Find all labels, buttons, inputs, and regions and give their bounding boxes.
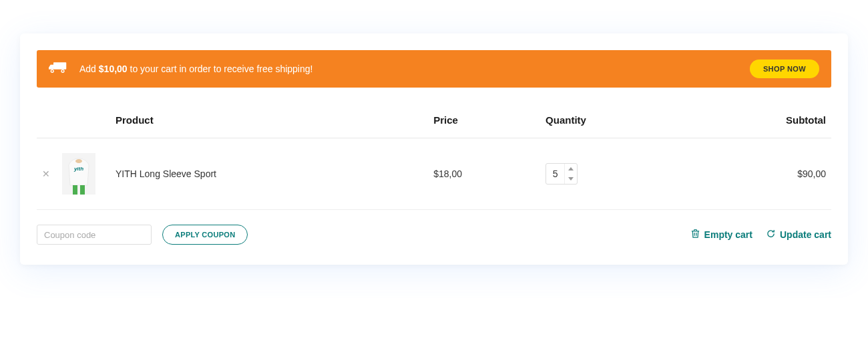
col-quantity-header: Quantity	[540, 108, 686, 138]
svg-point-2	[51, 70, 53, 72]
quantity-stepper[interactable]: 5	[546, 163, 578, 185]
actions-row: APPLY COUPON Empty cart Upd	[37, 225, 831, 245]
col-remove-header	[37, 108, 57, 138]
update-cart-label: Update cart	[780, 229, 831, 240]
shop-now-button[interactable]: SHOP NOW	[750, 59, 819, 78]
svg-rect-8	[73, 185, 77, 195]
coupon-input[interactable]	[37, 225, 152, 245]
update-cart-button[interactable]: Update cart	[766, 229, 831, 241]
banner-text: Add $10,00 to your cart in order to rece…	[79, 64, 750, 74]
col-subtotal-header: Subtotal	[686, 108, 831, 138]
svg-point-4	[62, 70, 63, 72]
col-thumb-header	[57, 108, 110, 138]
empty-cart-button[interactable]: Empty cart	[690, 229, 752, 241]
remove-item-button[interactable]: ✕	[42, 168, 50, 179]
empty-cart-label: Empty cart	[704, 229, 752, 240]
col-product-header: Product	[110, 108, 428, 138]
apply-coupon-button[interactable]: APPLY COUPON	[162, 225, 248, 245]
truck-icon	[49, 60, 79, 78]
svg-rect-0	[53, 62, 66, 70]
banner-amount: $10,00	[99, 64, 128, 74]
product-thumbnail[interactable]: yith	[62, 153, 95, 195]
svg-point-6	[75, 159, 82, 163]
quantity-up-button[interactable]	[565, 164, 577, 174]
banner-prefix: Add	[79, 64, 99, 74]
product-price: $18,00	[428, 138, 540, 210]
svg-rect-9	[80, 185, 85, 195]
product-subtotal: $90,00	[686, 138, 831, 210]
banner-suffix: to your cart in order to receive free sh…	[128, 64, 313, 74]
svg-text:yith: yith	[73, 166, 83, 172]
free-shipping-banner: Add $10,00 to your cart in order to rece…	[37, 50, 831, 88]
product-name[interactable]: YITH Long Sleeve Sport	[110, 138, 428, 210]
col-price-header: Price	[428, 108, 540, 138]
trash-icon	[690, 229, 700, 241]
quantity-down-button[interactable]	[565, 174, 577, 184]
refresh-icon	[766, 229, 776, 241]
quantity-value: 5	[546, 164, 565, 184]
table-row: ✕ yith YITH Long Sleeve Spor	[37, 138, 831, 210]
cart-table: Product Price Quantity Subtotal ✕	[37, 108, 831, 210]
cart-card: Add $10,00 to your cart in order to rece…	[20, 33, 848, 265]
